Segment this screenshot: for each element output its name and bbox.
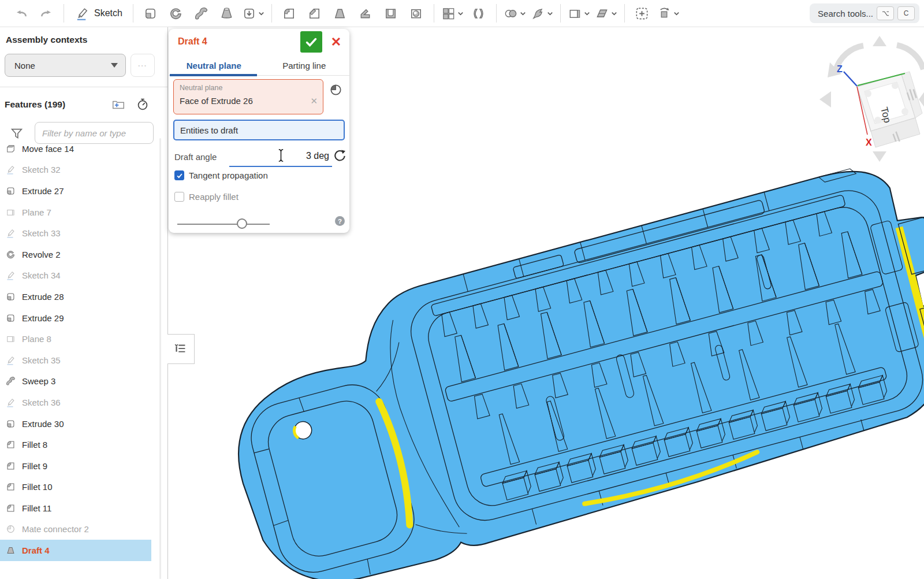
view-cube[interactable]: Top Z X: [819, 36, 924, 162]
tool-extrude[interactable]: [138, 2, 163, 25]
mate-connector-icon[interactable]: [328, 82, 344, 98]
feature-item-fillet-10[interactable]: Fillet 10: [0, 477, 151, 498]
assembly-contexts-title: Assembly contexts: [6, 35, 87, 45]
feature-label: Fillet 11: [22, 503, 51, 513]
rotate-cw-arrow[interactable]: [897, 45, 923, 69]
flip-direction-icon[interactable]: [333, 149, 346, 162]
feature-item-extrude-27[interactable]: Extrude 27: [0, 180, 151, 202]
cancel-button[interactable]: ✕: [325, 31, 347, 53]
onshape-app: { "toolbar": { "sketch_label": "Sketch",…: [0, 0, 924, 579]
tool-shell[interactable]: [378, 2, 404, 25]
sweep-icon: [5, 376, 16, 387]
commit-button[interactable]: [300, 31, 322, 53]
feature-item-fillet-9[interactable]: Fillet 9: [0, 455, 151, 477]
assembly-context-value: None: [14, 61, 35, 70]
feature-item-plane-7[interactable]: Plane 7: [0, 202, 151, 223]
feature-item-sweep-3[interactable]: Sweep 3: [0, 371, 151, 392]
tool-sketch[interactable]: Sketch: [69, 2, 128, 25]
detail-slider[interactable]: [177, 224, 270, 225]
caret-down-icon: [110, 62, 118, 68]
boolean-icon: [503, 6, 519, 21]
feature-item-plane-8[interactable]: Plane 8: [0, 328, 151, 350]
entities-to-draft-selection[interactable]: Entities to draft: [173, 120, 345, 140]
feature-label: Extrude 28: [22, 292, 64, 302]
tool-mate-connector[interactable]: [629, 2, 655, 25]
tool-revolve[interactable]: [163, 2, 189, 25]
feature-item-sketch-33[interactable]: Sketch 33: [0, 222, 151, 244]
tool-chamfer[interactable]: [302, 2, 327, 25]
chamfer-icon: [307, 6, 322, 21]
pencil-icon: [5, 228, 16, 239]
feature-item-sketch-32[interactable]: Sketch 32: [0, 159, 151, 181]
z-axis-line: [844, 72, 857, 86]
chevron-down-icon: [583, 10, 591, 17]
option-key-icon: [877, 6, 894, 20]
pencil-icon: [5, 397, 16, 408]
tool-fillet[interactable]: [277, 2, 302, 25]
feature-item-extrude-28[interactable]: Extrude 28: [0, 286, 151, 307]
assembly-context-dropdown[interactable]: None: [5, 54, 126, 77]
text-cursor: [277, 148, 285, 163]
feature-item-fillet-8[interactable]: Fillet 8: [0, 434, 151, 455]
transform-icon: [657, 6, 672, 21]
tool-linear-pattern[interactable]: [439, 2, 466, 25]
plane-icon: [5, 207, 16, 218]
feature-item-draft-4[interactable]: Draft 4: [0, 540, 151, 561]
tool-transform[interactable]: [655, 2, 682, 25]
feature-item-revolve-2[interactable]: Revolve 2: [0, 244, 151, 265]
rotate-up-arrow[interactable]: [873, 36, 886, 46]
tool-sweep[interactable]: [189, 2, 214, 25]
help-icon[interactable]: ?: [335, 216, 345, 226]
tool-thicken[interactable]: [240, 2, 267, 25]
feature-label: Draft 4: [22, 545, 50, 555]
feature-list-scrollbar[interactable]: [159, 138, 161, 579]
rotate-down-arrow[interactable]: [873, 151, 886, 162]
feature-label: Fillet 10: [22, 482, 53, 492]
slider-thumb[interactable]: [237, 218, 247, 229]
tool-hole[interactable]: [404, 2, 429, 25]
chevron-down-icon: [258, 10, 265, 17]
tab-neutral-plane[interactable]: Neutral plane: [169, 55, 259, 75]
chevron-down-icon: [546, 10, 554, 17]
tool-draft[interactable]: [327, 2, 353, 25]
feature-item-sketch-36[interactable]: Sketch 36: [0, 392, 151, 413]
rotate-left-arrow[interactable]: [819, 91, 831, 107]
tool-mirror[interactable]: [466, 2, 491, 25]
feature-item-move-face-14[interactable]: Move face 14: [0, 138, 151, 159]
rib-icon: [357, 6, 373, 21]
tool-split[interactable]: [528, 2, 556, 25]
checkmark-icon: [304, 35, 318, 49]
search-tools-box[interactable]: Search tools... C: [810, 3, 919, 23]
feature-item-extrude-29[interactable]: Extrude 29: [0, 307, 151, 329]
new-folder-icon[interactable]: [111, 97, 126, 112]
thicken-icon: [241, 6, 257, 21]
tool-rib[interactable]: [353, 2, 378, 25]
feature-label: Sketch 36: [22, 398, 61, 407]
feature-label: Sweep 3: [22, 376, 55, 386]
neutral-plane-selection[interactable]: Neutral plane Face of Extrude 26 ✕: [173, 79, 323, 114]
tool-offset-surface[interactable]: [593, 2, 620, 25]
feature-item-mate-connector-2[interactable]: Mate connector 2: [0, 519, 151, 540]
tool-redo[interactable]: [33, 2, 59, 25]
feature-label: Mate connector 2: [22, 524, 89, 534]
tool-loft[interactable]: [214, 2, 240, 25]
feature-item-sketch-34[interactable]: Sketch 34: [0, 265, 151, 287]
toolbar-divider: [133, 4, 133, 23]
tangent-propagation-checkbox[interactable]: Tangent propagation: [174, 170, 268, 180]
feature-item-fillet-11[interactable]: Fillet 11: [0, 498, 151, 519]
extrude-icon: [5, 291, 16, 302]
toolbar-items: Sketch: [8, 2, 682, 25]
tool-undo[interactable]: [8, 2, 33, 25]
feature-list-flyout-toggle[interactable]: [167, 334, 195, 364]
feature-label: Extrude 30: [22, 419, 64, 429]
tool-boolean[interactable]: [501, 2, 528, 25]
rollback-stopwatch-icon[interactable]: [135, 96, 150, 112]
feature-item-extrude-30[interactable]: Extrude 30: [0, 413, 151, 435]
tool-plane[interactable]: [565, 2, 593, 25]
assembly-context-more-button[interactable]: ⋯: [131, 54, 155, 77]
reapply-fillet-checkbox[interactable]: Reapply fillet: [174, 192, 239, 202]
tab-parting-line[interactable]: Parting line: [259, 55, 350, 75]
feature-item-sketch-35[interactable]: Sketch 35: [0, 350, 151, 371]
clear-selection-icon[interactable]: ✕: [310, 96, 318, 106]
chevron-down-icon: [519, 10, 527, 17]
